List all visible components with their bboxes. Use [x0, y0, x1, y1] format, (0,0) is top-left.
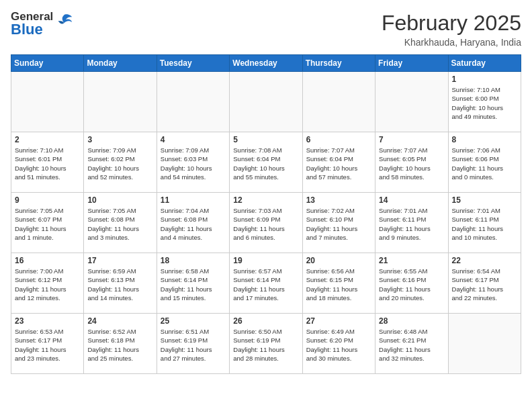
day-number: 20 — [306, 256, 371, 265]
calendar-cell: 14Sunrise: 7:01 AMSunset: 6:11 PMDayligh… — [375, 193, 448, 253]
day-info: Sunrise: 7:04 AMSunset: 6:08 PMDaylight:… — [161, 206, 226, 242]
weekday-header-saturday: Saturday — [448, 55, 521, 72]
day-info: Sunrise: 6:48 AMSunset: 6:21 PMDaylight:… — [379, 327, 444, 363]
day-info: Sunrise: 7:02 AMSunset: 6:10 PMDaylight:… — [306, 206, 371, 242]
calendar-cell: 7Sunrise: 7:07 AMSunset: 6:05 PMDaylight… — [375, 132, 448, 193]
page-header: General Blue February 2025 Kharkhauda, H… — [11, 11, 521, 48]
day-info: Sunrise: 6:53 AMSunset: 6:17 PMDaylight:… — [15, 327, 80, 363]
calendar-cell — [302, 72, 375, 132]
title-section: February 2025 Kharkhauda, Haryana, India — [382, 11, 521, 48]
weekday-header-tuesday: Tuesday — [157, 55, 229, 72]
day-info: Sunrise: 6:50 AMSunset: 6:19 PMDaylight:… — [233, 327, 298, 363]
calendar-cell: 12Sunrise: 7:03 AMSunset: 6:09 PMDayligh… — [230, 193, 302, 253]
day-info: Sunrise: 6:57 AMSunset: 6:14 PMDaylight:… — [233, 267, 298, 302]
logo-bird-icon — [54, 12, 73, 31]
calendar-cell: 13Sunrise: 7:02 AMSunset: 6:10 PMDayligh… — [302, 193, 375, 253]
day-number: 18 — [161, 256, 226, 265]
day-info: Sunrise: 6:54 AMSunset: 6:17 PMDaylight:… — [452, 267, 517, 302]
calendar-cell: 23Sunrise: 6:53 AMSunset: 6:17 PMDayligh… — [11, 314, 84, 374]
day-number: 9 — [15, 195, 80, 205]
calendar-cell — [84, 72, 157, 132]
day-number: 26 — [233, 316, 298, 326]
day-number: 14 — [379, 195, 444, 205]
day-info: Sunrise: 7:07 AMSunset: 6:05 PMDaylight:… — [379, 146, 444, 181]
calendar-cell: 21Sunrise: 6:55 AMSunset: 6:16 PMDayligh… — [375, 253, 448, 314]
day-info: Sunrise: 7:05 AMSunset: 6:08 PMDaylight:… — [87, 206, 152, 242]
calendar-cell: 1Sunrise: 7:10 AMSunset: 6:00 PMDaylight… — [448, 72, 521, 132]
day-info: Sunrise: 7:10 AMSunset: 6:00 PMDaylight:… — [452, 85, 517, 121]
day-info: Sunrise: 7:07 AMSunset: 6:04 PMDaylight:… — [306, 146, 371, 181]
day-number: 21 — [379, 256, 444, 265]
calendar-cell: 17Sunrise: 6:59 AMSunset: 6:13 PMDayligh… — [84, 253, 157, 314]
calendar-cell: 4Sunrise: 7:09 AMSunset: 6:03 PMDaylight… — [157, 132, 229, 193]
calendar-header-row: SundayMondayTuesdayWednesdayThursdayFrid… — [11, 55, 521, 72]
logo-text: General Blue — [11, 11, 53, 37]
day-number: 13 — [306, 195, 371, 205]
day-info: Sunrise: 7:00 AMSunset: 6:12 PMDaylight:… — [15, 267, 80, 302]
day-info: Sunrise: 6:49 AMSunset: 6:20 PMDaylight:… — [306, 327, 371, 363]
day-info: Sunrise: 6:58 AMSunset: 6:14 PMDaylight:… — [161, 267, 226, 302]
calendar-cell: 24Sunrise: 6:52 AMSunset: 6:18 PMDayligh… — [84, 314, 157, 374]
day-info: Sunrise: 7:03 AMSunset: 6:09 PMDaylight:… — [233, 206, 298, 242]
day-info: Sunrise: 7:06 AMSunset: 6:06 PMDaylight:… — [452, 146, 517, 181]
calendar-cell — [375, 72, 448, 132]
day-number: 6 — [306, 135, 371, 144]
calendar-cell: 28Sunrise: 6:48 AMSunset: 6:21 PMDayligh… — [375, 314, 448, 374]
calendar-cell: 15Sunrise: 7:01 AMSunset: 6:11 PMDayligh… — [448, 193, 521, 253]
day-info: Sunrise: 7:08 AMSunset: 6:04 PMDaylight:… — [233, 146, 298, 181]
day-info: Sunrise: 6:56 AMSunset: 6:15 PMDaylight:… — [306, 267, 371, 302]
calendar-cell: 8Sunrise: 7:06 AMSunset: 6:06 PMDaylight… — [448, 132, 521, 193]
calendar-cell: 5Sunrise: 7:08 AMSunset: 6:04 PMDaylight… — [230, 132, 302, 193]
day-number: 8 — [452, 135, 517, 144]
calendar-cell — [157, 72, 229, 132]
calendar-cell: 22Sunrise: 6:54 AMSunset: 6:17 PMDayligh… — [448, 253, 521, 314]
day-number: 22 — [452, 256, 517, 265]
calendar-cell: 16Sunrise: 7:00 AMSunset: 6:12 PMDayligh… — [11, 253, 84, 314]
day-info: Sunrise: 7:05 AMSunset: 6:07 PMDaylight:… — [15, 206, 80, 242]
day-number: 5 — [233, 135, 298, 144]
calendar-table: SundayMondayTuesdayWednesdayThursdayFrid… — [11, 54, 521, 374]
day-info: Sunrise: 7:10 AMSunset: 6:01 PMDaylight:… — [15, 146, 80, 181]
calendar-cell: 26Sunrise: 6:50 AMSunset: 6:19 PMDayligh… — [230, 314, 302, 374]
calendar-week-row: 23Sunrise: 6:53 AMSunset: 6:17 PMDayligh… — [11, 314, 521, 374]
weekday-header-wednesday: Wednesday — [230, 55, 302, 72]
calendar-week-row: 9Sunrise: 7:05 AMSunset: 6:07 PMDaylight… — [11, 193, 521, 253]
day-info: Sunrise: 7:01 AMSunset: 6:11 PMDaylight:… — [379, 206, 444, 242]
calendar-cell: 2Sunrise: 7:10 AMSunset: 6:01 PMDaylight… — [11, 132, 84, 193]
calendar-cell: 3Sunrise: 7:09 AMSunset: 6:02 PMDaylight… — [84, 132, 157, 193]
day-number: 27 — [306, 316, 371, 326]
day-number: 17 — [87, 256, 152, 265]
day-info: Sunrise: 7:09 AMSunset: 6:02 PMDaylight:… — [87, 146, 152, 181]
day-number: 23 — [15, 316, 80, 326]
calendar-cell: 27Sunrise: 6:49 AMSunset: 6:20 PMDayligh… — [302, 314, 375, 374]
day-info: Sunrise: 6:51 AMSunset: 6:19 PMDaylight:… — [161, 327, 226, 363]
month-title: February 2025 — [382, 11, 521, 36]
day-number: 7 — [379, 135, 444, 144]
calendar-cell: 18Sunrise: 6:58 AMSunset: 6:14 PMDayligh… — [157, 253, 229, 314]
logo: General Blue — [11, 11, 73, 37]
calendar-cell: 6Sunrise: 7:07 AMSunset: 6:04 PMDaylight… — [302, 132, 375, 193]
day-number: 28 — [379, 316, 444, 326]
calendar-cell — [11, 72, 84, 132]
day-number: 10 — [87, 195, 152, 205]
weekday-header-thursday: Thursday — [302, 55, 375, 72]
calendar-cell: 11Sunrise: 7:04 AMSunset: 6:08 PMDayligh… — [157, 193, 229, 253]
day-number: 16 — [15, 256, 80, 265]
day-info: Sunrise: 7:09 AMSunset: 6:03 PMDaylight:… — [161, 146, 226, 181]
day-number: 4 — [161, 135, 226, 144]
day-number: 25 — [161, 316, 226, 326]
day-info: Sunrise: 7:01 AMSunset: 6:11 PMDaylight:… — [452, 206, 517, 242]
calendar-cell — [230, 72, 302, 132]
day-info: Sunrise: 6:55 AMSunset: 6:16 PMDaylight:… — [379, 267, 444, 302]
calendar-week-row: 1Sunrise: 7:10 AMSunset: 6:00 PMDaylight… — [11, 72, 521, 132]
day-number: 15 — [452, 195, 517, 205]
weekday-header-sunday: Sunday — [11, 55, 84, 72]
calendar-cell: 10Sunrise: 7:05 AMSunset: 6:08 PMDayligh… — [84, 193, 157, 253]
calendar-cell: 9Sunrise: 7:05 AMSunset: 6:07 PMDaylight… — [11, 193, 84, 253]
calendar-cell: 20Sunrise: 6:56 AMSunset: 6:15 PMDayligh… — [302, 253, 375, 314]
calendar-cell — [448, 314, 521, 374]
day-info: Sunrise: 6:59 AMSunset: 6:13 PMDaylight:… — [87, 267, 152, 302]
day-number: 3 — [87, 135, 152, 144]
calendar-cell: 25Sunrise: 6:51 AMSunset: 6:19 PMDayligh… — [157, 314, 229, 374]
weekday-header-friday: Friday — [375, 55, 448, 72]
